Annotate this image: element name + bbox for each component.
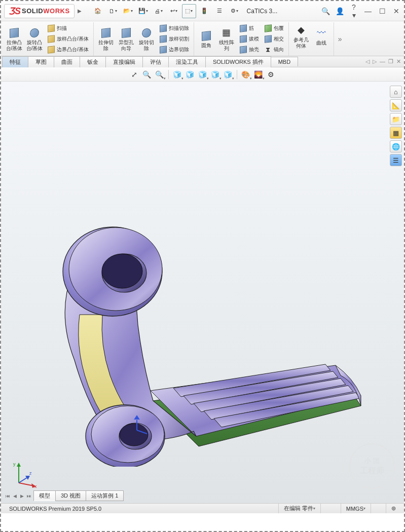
taskpane-file-explorer-icon[interactable]: 📁 [390,113,402,125]
motion-tabs: ⏮◀▶⏭ 模型 3D 视图 运动算例 1 [4,490,123,501]
zoom-fit-icon[interactable]: ⤢ [129,69,140,80]
taskpane-view-palette-icon[interactable]: ▦ [390,127,402,139]
search-icon[interactable]: 🔍 [321,7,330,15]
tab-evaluate[interactable]: 评估 [142,56,169,67]
btab-last-icon[interactable]: ⏭ [25,493,32,499]
task-pane: ⌂ 📐 📁 ▦ 🌐 ☰ [390,86,402,166]
boundary-button[interactable]: 边界凸台/基体 [46,45,90,55]
cut-sweep-button[interactable]: 扫描切除 [158,23,191,33]
home-icon[interactable]: 🏠 [91,4,105,18]
settings-gear-icon[interactable]: ⚙ [228,4,242,18]
linear-pattern-button[interactable]: ▦线性阵列 [216,26,237,53]
options-icon[interactable]: ☰ [212,4,227,18]
model-render [26,183,371,467]
tab-features[interactable]: 特征 [2,56,28,67]
sweep-button[interactable]: 扫描 [46,23,90,33]
prev-view-icon[interactable]: 🔍 [154,69,165,80]
draft-button[interactable]: 拔模 [238,34,261,44]
taskpane-appearances-icon[interactable]: 🌐 [390,140,402,153]
tab-sheetmetal[interactable]: 钣金 [80,56,106,67]
select-icon[interactable]: ⬚ [182,4,196,18]
taskpane-custom-props-icon[interactable]: ☰ [390,154,402,166]
status-blank2 [371,504,386,513]
tab-surfaces[interactable]: 曲面 [54,56,80,67]
svg-text:x: x [34,484,37,489]
menu-expand-icon[interactable]: ▶ [78,8,82,14]
mirror-button[interactable]: ⧗镜向 [263,45,285,55]
logo-ds-icon: ƷS [9,6,21,17]
btab-prev-icon[interactable]: ◀ [11,493,18,499]
ribbon-group-boss: 拉伸凸台/基体 旋转凸台/基体 扫描 放样凸台/基体 边界凸台/基体 [2,22,94,56]
help-icon[interactable]: ? ▾ [349,3,358,19]
shell-button[interactable]: 抽壳 [238,45,261,55]
doc-minimize-icon[interactable]: — [380,58,385,65]
print-icon[interactable]: 🖨 [152,4,166,18]
app-logo[interactable]: ƷS SOLIDWORKS [4,4,75,18]
orientation-triad[interactable]: y x z [11,459,42,489]
rebuild-icon[interactable]: 🚦 [197,4,211,18]
ribbon-expand-icon[interactable]: » [336,35,344,43]
dynamic-section-icon[interactable]: 🧊 [185,69,196,80]
section-view-icon[interactable]: 🧊 [172,69,183,80]
open-file-icon[interactable]: 📂 [121,4,135,18]
doc-close-icon[interactable]: ✕ [396,58,401,65]
tab-sketch[interactable]: 草图 [28,56,54,67]
status-units[interactable]: MMGS [341,504,371,513]
btab-next-icon[interactable]: ▶ [18,493,25,499]
fillet-button[interactable]: 圆角 [196,29,216,50]
doc-restore-icon[interactable]: ❐ [388,58,393,65]
new-file-icon[interactable]: 🗋 [106,4,120,18]
loft-button[interactable]: 放样凸台/基体 [46,34,90,44]
cut-loft-button[interactable]: 放样切割 [158,34,191,44]
btab-motion[interactable]: 运动算例 1 [86,490,124,501]
zoom-area-icon[interactable]: 🔍 [141,69,153,80]
save-icon[interactable]: 💾 [136,4,151,18]
taskpane-resources-icon[interactable]: ⌂ [390,86,402,98]
rib-button[interactable]: 筋 [238,23,261,33]
btab-3dview[interactable]: 3D 视图 [55,490,86,501]
apply-scene-icon[interactable]: 🌄 [253,69,264,80]
view-settings-icon[interactable]: ⚙ [266,69,277,80]
btab-model[interactable]: 模型 [33,490,56,501]
cut-boundary-button[interactable]: 边界切除 [158,45,191,55]
extrude-boss-button[interactable]: 拉伸凸台/基体 [4,26,24,53]
logo-text: SOLIDWORKS [22,7,70,15]
revolve-boss-button[interactable]: 旋转凸台/基体 [24,26,45,53]
tab-mbd[interactable]: MBD [271,57,298,66]
tab-render[interactable]: 渲染工具 [168,56,206,67]
svg-point-3 [102,254,142,288]
close-button[interactable]: ✕ [392,7,401,15]
hole-wizard-button[interactable]: 异型孔向导 [116,26,136,53]
svg-text:z: z [29,471,32,476]
user-icon[interactable]: 👤 [335,7,344,15]
display-style-icon[interactable]: 🧊 [210,69,221,80]
edit-appearance-icon[interactable]: 🎨 [240,69,251,80]
view-orientation-icon[interactable]: 🧊 [197,69,208,80]
doc-next-icon[interactable]: ▷ [373,58,377,65]
title-bar: ƷS SOLIDWORKS ▶ 🏠 🗋 📂 💾 🖨 ↩ ⬚ 🚦 ☰ ⚙ CaTI… [1,1,404,21]
status-edit-state[interactable]: 在编辑 零件 [278,504,320,513]
document-title: CaTICs 3... [247,8,278,15]
ref-geometry-button[interactable]: ◆参考几何体 [291,23,311,50]
ribbon-group-ref: ◆参考几何体 〰曲线 [289,22,334,56]
doc-prev-icon[interactable]: ◁ [365,58,370,65]
status-blank1 [320,504,341,513]
status-bar: SOLIDWORKS Premium 2019 SP5.0 在编辑 零件 MMG… [1,503,404,513]
maximize-button[interactable]: ☐ [378,7,387,15]
wrap-button[interactable]: 包覆 [263,23,285,33]
cut-extrude-button[interactable]: 拉伸切除 [96,26,116,53]
minimize-button[interactable]: — [363,7,373,15]
intersect-button[interactable]: 相交 [263,34,285,44]
graphics-viewport[interactable]: ⌂ 📐 📁 ▦ 🌐 ☰ [1,82,404,503]
btab-first-icon[interactable]: ⏮ [4,493,11,499]
taskpane-design-library-icon[interactable]: 📐 [390,99,402,111]
cut-revolve-button[interactable]: 旋转切除 [136,26,157,53]
curves-button[interactable]: 〰曲线 [311,26,332,47]
status-version: SOLIDWORKS Premium 2019 SP5.0 [4,504,278,513]
status-cog-icon[interactable]: ⊚ [386,504,401,513]
tab-addins[interactable]: SOLIDWORKS 插件 [205,56,271,67]
hide-show-icon[interactable]: 🧊 [223,69,234,80]
undo-icon[interactable]: ↩ [167,4,181,18]
ribbon-group-features: 圆角 ▦线性阵列 筋 拔模 抽壳 包覆 相交 ⧗镜向 [194,22,289,56]
tab-direct-edit[interactable]: 直接编辑 [105,56,143,67]
